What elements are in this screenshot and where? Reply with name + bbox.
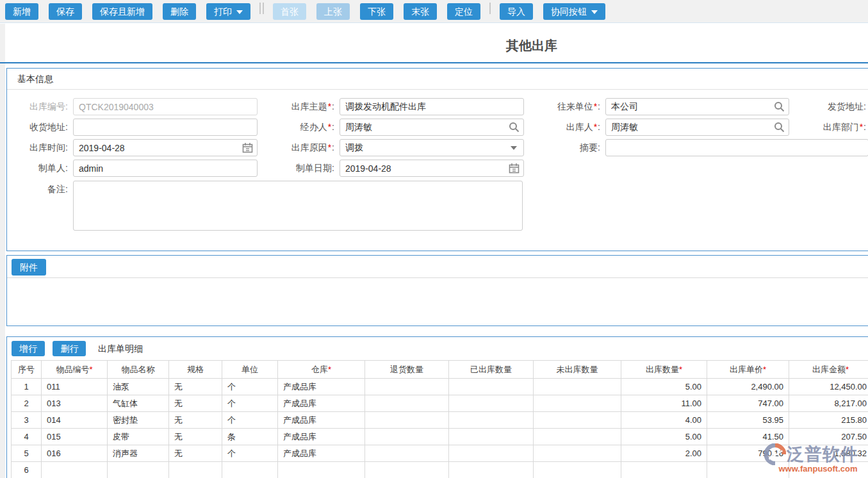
table-cell [449, 412, 534, 429]
new-button[interactable]: 新增 [5, 3, 38, 20]
receive-address-field-box [73, 119, 258, 136]
create-date-field[interactable] [340, 160, 524, 177]
left-gutter [0, 24, 5, 478]
last-record-button[interactable]: 末张 [404, 3, 437, 20]
table-cell [449, 462, 534, 478]
outbound-dept-field-label: 出库部门*: [770, 119, 866, 136]
partner-unit-field[interactable] [605, 98, 789, 115]
table-cell [169, 462, 222, 478]
table-row[interactable]: 5016消声器无个产成品库2.00790.161,580.32 [12, 445, 868, 462]
next-record-button[interactable]: 下张 [360, 3, 393, 20]
table-cell: 无 [169, 395, 222, 412]
outbound-subject-field-label: 出库主题*: [238, 98, 334, 115]
outbound-subject-field-box [340, 98, 524, 115]
table-cell: 41.50 [707, 429, 789, 445]
next-record-button-label: 下张 [368, 6, 386, 17]
table-header-row: 序号物品编号*物品名称规格单位仓库*退货数量已出库数量未出库数量出库数量*出库单… [12, 361, 868, 379]
calendar-icon[interactable] [509, 163, 520, 174]
toolbar: 新增保存保存且新增删除打印首张上张下张末张定位导入协同按钮 [0, 0, 868, 23]
table-cell: 2 [12, 395, 42, 412]
attachment-button[interactable]: 附件 [12, 259, 46, 276]
outbound-no-field-box [73, 98, 258, 115]
table-cell: 12,450.00 [789, 379, 868, 395]
column-header: 已出库数量 [449, 361, 534, 379]
table-cell: 无 [169, 379, 222, 395]
table-cell: 215.80 [789, 412, 868, 429]
outbound-subject-field[interactable] [340, 98, 524, 115]
table-cell: 个 [222, 379, 278, 395]
delete-row-button[interactable]: 删行 [53, 341, 86, 356]
table-cell: 014 [42, 412, 108, 429]
column-header: 出库单价* [707, 361, 789, 379]
table-cell: 790.16 [707, 445, 789, 462]
outbound-reason-select[interactable] [340, 139, 524, 156]
delete-button[interactable]: 删除 [163, 3, 196, 20]
table-cell: 产成品库 [278, 429, 365, 445]
collaboration-button[interactable]: 协同按钮 [543, 3, 605, 20]
required-asterisk: * [593, 122, 598, 132]
delete-button-label: 删除 [170, 6, 188, 17]
handler-field-label: 经办人*: [238, 119, 334, 136]
summary-field[interactable] [605, 139, 868, 156]
column-header: 退货数量 [365, 361, 449, 379]
required-asterisk: * [89, 365, 92, 374]
outbound-no-field-label: 出库编号: [0, 98, 68, 115]
table-cell: 53.95 [707, 412, 789, 429]
print-button[interactable]: 打印 [206, 3, 250, 20]
required-asterisk: * [328, 365, 331, 374]
table-cell: 2,490.00 [707, 379, 789, 395]
creator-field-label: 制单人: [0, 160, 68, 177]
prev-record-button[interactable]: 上张 [316, 3, 350, 20]
table-cell: 5 [12, 445, 42, 462]
remark-field-box [73, 181, 523, 231]
column-header: 物品名称 [108, 361, 169, 379]
table-cell: 产成品库 [278, 412, 365, 429]
table-row[interactable]: 2013气缸体无个产成品库11.00747.008,217.00 [12, 395, 868, 412]
table-cell: 1,580.32 [789, 445, 868, 462]
outbound-time-field[interactable] [73, 139, 258, 156]
table-row[interactable]: 1011油泵无个产成品库5.002,490.0012,450.00 [12, 379, 868, 395]
table-cell [42, 462, 108, 478]
table-cell [449, 445, 534, 462]
table-cell [365, 445, 449, 462]
table-cell: 产成品库 [278, 445, 365, 462]
ship-address-field-label: 发货地址: [770, 98, 866, 115]
table-cell [365, 412, 449, 429]
outbound-no-field[interactable] [73, 98, 258, 115]
basic-info-section-title: 基本信息 [7, 69, 868, 90]
print-button-label: 打印 [214, 6, 232, 17]
handler-field[interactable] [340, 119, 524, 136]
table-cell: 6 [12, 462, 42, 478]
first-record-button[interactable]: 首张 [273, 3, 306, 20]
table-row[interactable]: 4015皮带无条产成品库5.0041.50207.50 [12, 429, 868, 445]
receive-address-field[interactable] [73, 119, 258, 136]
attachment-divider [7, 277, 868, 278]
table-cell: 747.00 [707, 395, 789, 412]
table-row[interactable]: 3014密封垫无个产成品库4.0053.95215.80 [12, 412, 868, 429]
table-cell: 个 [222, 395, 278, 412]
remark-field-label: 备注: [0, 181, 68, 198]
outbound-person-field[interactable] [605, 119, 789, 136]
table-cell: 011 [42, 379, 108, 395]
table-cell: 013 [42, 395, 108, 412]
table-cell: 016 [42, 445, 108, 462]
locate-button[interactable]: 定位 [447, 3, 480, 20]
creator-field[interactable] [73, 160, 258, 177]
import-button[interactable]: 导入 [500, 3, 533, 20]
column-header: 仓库* [278, 361, 365, 379]
save-and-new-button[interactable]: 保存且新增 [92, 3, 152, 20]
table-cell [449, 429, 534, 445]
table-cell [449, 395, 534, 412]
table-cell: 2.00 [621, 445, 707, 462]
table-cell: 产成品库 [278, 395, 365, 412]
add-row-button[interactable]: 增行 [12, 341, 45, 356]
remark-field[interactable] [73, 181, 523, 231]
creator-field-box [73, 160, 258, 177]
basic-info-panel: 基本信息 出库编号:出库主题*:往来单位*:发货地址:收货地址:经办人*:出库人… [6, 68, 868, 251]
summary-field-label: 摘要: [504, 139, 600, 156]
table-row[interactable]: 6 [12, 462, 868, 478]
save-and-new-button-label: 保存且新增 [100, 6, 145, 17]
table-cell: 5.00 [621, 429, 707, 445]
save-button[interactable]: 保存 [49, 3, 82, 20]
table-cell: 个 [222, 445, 278, 462]
